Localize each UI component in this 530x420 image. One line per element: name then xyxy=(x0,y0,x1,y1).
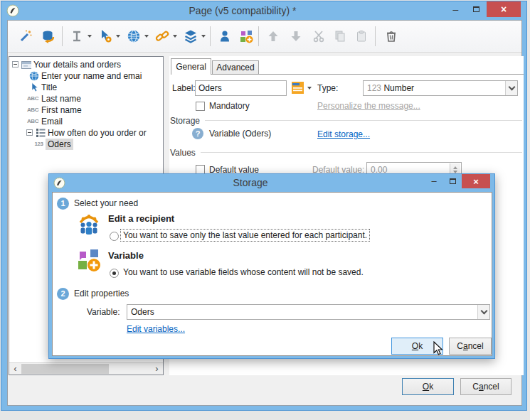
copy-button xyxy=(331,26,349,46)
step-2-title: Edit properties xyxy=(74,286,129,301)
tree-item-email[interactable]: ABC Email xyxy=(9,116,163,127)
link-dropdown-caret[interactable] xyxy=(173,35,177,38)
cut-icon xyxy=(312,30,325,43)
field-height-button[interactable] xyxy=(68,26,86,46)
toolbar-separator xyxy=(258,26,259,46)
variable-icon xyxy=(240,30,253,43)
tree-item-how-often[interactable]: How often do you order or xyxy=(9,127,163,139)
minimize-button[interactable]: – xyxy=(445,1,466,16)
dialog-cancel-button[interactable]: Cancel xyxy=(449,338,492,355)
variable-value: Oders xyxy=(131,307,154,317)
web-button[interactable] xyxy=(124,26,143,46)
abc-text-icon: ABC xyxy=(28,105,38,115)
tab-advanced[interactable]: Advanced xyxy=(212,60,259,75)
data-mapping-button[interactable] xyxy=(39,26,58,46)
move-down-icon xyxy=(290,30,302,43)
recipient-radio[interactable] xyxy=(110,232,119,241)
variable-caption: Variable: xyxy=(87,304,120,320)
cut-button xyxy=(309,26,328,46)
storage-value: Variable (Oders) xyxy=(209,126,271,141)
web-page-icon xyxy=(29,71,39,81)
edit-storage-link[interactable]: Edit storage... xyxy=(317,129,370,139)
maximize-icon xyxy=(450,178,456,184)
help-question-icon: ? xyxy=(192,128,203,139)
tree-horizontal-scrollbar[interactable]: ‹ › xyxy=(9,362,163,375)
step-1-badge: 1 xyxy=(57,198,69,210)
close-button[interactable]: × xyxy=(487,1,521,17)
recipient-radio-label[interactable]: You want to save only the last value ent… xyxy=(121,230,369,241)
label-input[interactable] xyxy=(195,80,287,96)
ok-button[interactable]: Ok xyxy=(402,378,454,395)
collapse-toggle-icon[interactable] xyxy=(12,61,18,68)
layers-icon xyxy=(184,29,198,43)
variable-radio[interactable] xyxy=(110,269,119,278)
choice-list-icon xyxy=(36,128,46,138)
close-button[interactable]: × xyxy=(462,174,490,188)
variable-button[interactable] xyxy=(237,26,255,46)
tab-divider xyxy=(171,74,524,75)
layers-dropdown-caret[interactable] xyxy=(201,35,206,38)
group-divider xyxy=(201,152,522,153)
link-button[interactable] xyxy=(153,26,171,46)
move-up-icon xyxy=(267,30,280,43)
tree-item-last-name[interactable]: ABC Last name xyxy=(9,93,163,104)
type-value: Number xyxy=(383,83,414,93)
minimize-button[interactable]: – xyxy=(425,174,443,188)
mandatory-checkbox[interactable] xyxy=(196,102,205,111)
edit-variables-link[interactable]: Edit variables... xyxy=(127,324,185,334)
app-icon xyxy=(53,177,65,189)
recipient-icon xyxy=(218,30,231,43)
abc-text-icon: ABC xyxy=(28,117,38,126)
label-style-button[interactable] xyxy=(292,82,304,96)
magic-wand-button[interactable] xyxy=(16,26,35,46)
main-window-title: Page (v5 compatibility) * xyxy=(44,1,441,20)
toolbar-separator xyxy=(62,26,63,46)
cancel-button[interactable]: Cancel xyxy=(460,378,512,395)
layers-button[interactable] xyxy=(181,26,200,46)
type-combobox[interactable]: 123 Number xyxy=(363,80,518,96)
field-height-icon xyxy=(70,30,83,43)
scroll-right-icon[interactable]: › xyxy=(151,363,163,375)
tree-item-first-name[interactable]: ABC First name xyxy=(9,104,163,116)
variable-icon xyxy=(77,248,101,274)
label-caption: Label: xyxy=(172,80,196,96)
paste-icon xyxy=(355,30,368,43)
mouse-cursor xyxy=(433,341,444,355)
tree-item-title[interactable]: Title xyxy=(9,82,163,93)
tree-item-enter-your-name[interactable]: Enter your name and emai xyxy=(9,70,163,82)
variable-radio-label[interactable]: You want to use variable fields whose co… xyxy=(121,266,366,278)
field-properties-dropdown-caret[interactable] xyxy=(116,35,120,38)
personalize-message-link: Personalize the message... xyxy=(317,101,420,111)
main-toolbar xyxy=(8,21,521,53)
label-style-dropdown-caret[interactable] xyxy=(307,87,312,90)
tree-item-oders[interactable]: 123 Oders xyxy=(9,139,163,150)
app-icon xyxy=(6,4,19,17)
recipient-button[interactable] xyxy=(216,26,234,46)
tree-item-your-details[interactable]: Your details and orders xyxy=(9,59,163,70)
delete-button[interactable] xyxy=(382,26,401,46)
move-down-button xyxy=(287,26,305,46)
label-style-icon xyxy=(292,82,304,94)
field-height-dropdown-caret[interactable] xyxy=(88,35,92,38)
web-dropdown-caret[interactable] xyxy=(144,35,149,38)
chevron-down-icon[interactable] xyxy=(477,305,489,319)
maximize-button[interactable] xyxy=(443,174,462,188)
magic-wand-icon xyxy=(18,29,33,43)
field-properties-button[interactable] xyxy=(96,26,115,46)
dialog-window-controls: – × xyxy=(425,174,490,188)
maximize-button[interactable] xyxy=(466,1,487,16)
step-1-title: Select your need xyxy=(74,196,138,210)
scroll-left-icon[interactable]: ‹ xyxy=(9,363,21,375)
number-123-icon: 123 xyxy=(33,139,45,149)
data-mapping-icon xyxy=(41,29,55,43)
variable-combobox[interactable]: Oders xyxy=(127,304,490,320)
storage-dialog: Storage – × 1 Select your need Edit a re… xyxy=(48,173,495,359)
number-123-icon: 123 xyxy=(367,83,381,93)
collapse-toggle-icon[interactable] xyxy=(26,129,33,136)
storage-group-title: Storage xyxy=(170,116,200,126)
abc-text-icon: ABC xyxy=(28,94,38,104)
chevron-down-icon[interactable] xyxy=(505,81,517,95)
form-icon xyxy=(21,60,31,70)
scrollbar-thumb[interactable] xyxy=(21,364,109,374)
tab-general[interactable]: General xyxy=(171,58,211,75)
